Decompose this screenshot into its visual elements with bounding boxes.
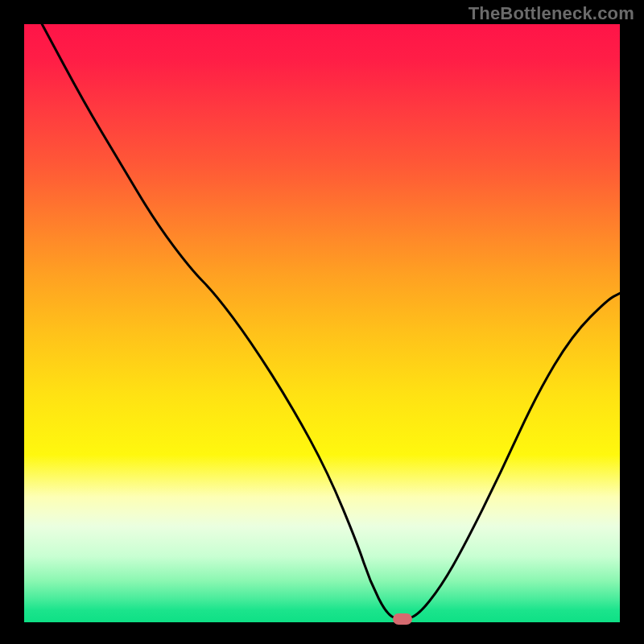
optimal-point-marker (393, 613, 412, 625)
chart-plot-area (24, 24, 620, 622)
bottleneck-curve (24, 24, 620, 622)
curve-path (42, 24, 620, 618)
watermark-text: TheBottleneck.com (469, 3, 634, 24)
chart-frame: TheBottleneck.com (0, 0, 644, 644)
